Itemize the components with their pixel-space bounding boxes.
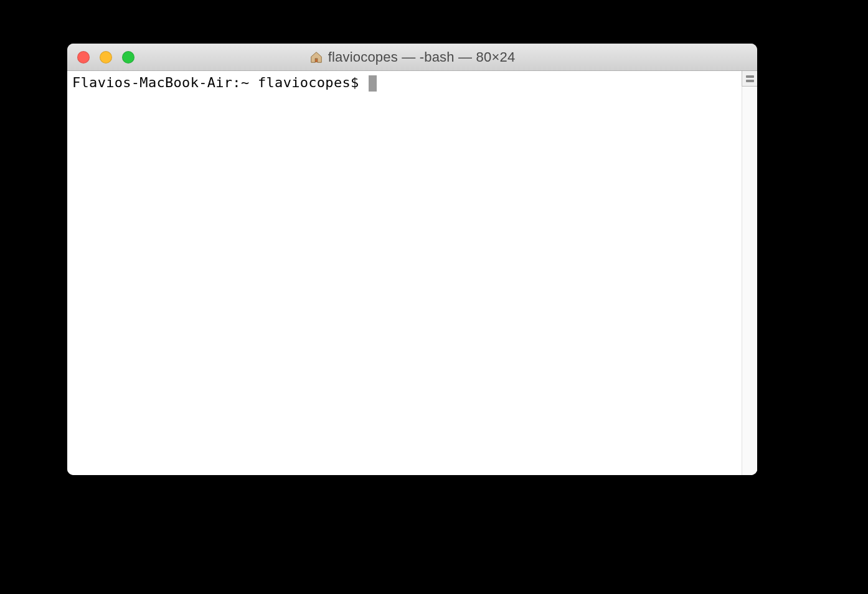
zoom-button[interactable] — [122, 51, 134, 64]
window-title: flaviocopes — -bash — 80×24 — [328, 49, 516, 65]
home-folder-icon — [309, 50, 323, 64]
minimize-button[interactable] — [100, 51, 112, 64]
terminal-body: Flavios-MacBook-Air:~ flaviocopes$ — [67, 71, 757, 475]
terminal-content[interactable]: Flavios-MacBook-Air:~ flaviocopes$ — [67, 71, 742, 475]
scrollbar-corner-icon — [742, 71, 757, 87]
window-titlebar[interactable]: flaviocopes — -bash — 80×24 — [67, 44, 757, 71]
vertical-scrollbar[interactable] — [742, 71, 757, 475]
svg-rect-0 — [315, 59, 317, 62]
close-button[interactable] — [77, 51, 90, 64]
traffic-lights — [67, 51, 134, 64]
shell-prompt: Flavios-MacBook-Air:~ flaviocopes$ — [72, 75, 367, 90]
terminal-window: flaviocopes — -bash — 80×24 Flavios-MacB… — [67, 44, 757, 475]
window-title-container: flaviocopes — -bash — 80×24 — [67, 49, 757, 65]
text-cursor — [369, 75, 377, 92]
